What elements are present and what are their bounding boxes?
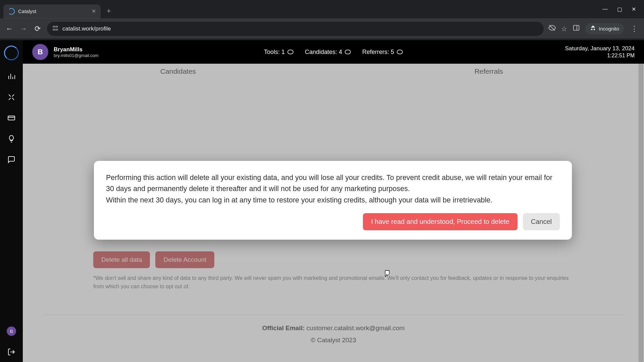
coin-icon [397,50,403,54]
svg-rect-2 [53,29,55,30]
sidebar-rail: B [0,40,23,362]
stat-candidates-label: Candidates: 4 [305,49,342,56]
reload-button[interactable]: ⟳ [33,24,42,33]
svg-rect-1 [56,26,58,27]
tab-favicon-icon [8,8,15,15]
address-bar[interactable]: catalist.work/profile [47,22,544,36]
confirm-delete-modal: Performing this action will delete all y… [94,161,572,240]
close-tab-icon[interactable]: ✕ [92,8,96,14]
header-stats: Tools: 1 Candidates: 4 Referrers: 5 [264,49,403,56]
incognito-chip[interactable]: Incognito [585,23,624,35]
close-window-icon[interactable]: ✕ [632,6,636,12]
nav-logout-icon[interactable] [7,347,16,357]
rail-user-avatar[interactable]: B [7,326,16,336]
site-settings-icon[interactable] [52,25,58,33]
browser-right-icons: ☆ Incognito ⋮ [548,23,639,35]
eye-off-icon[interactable] [548,24,556,33]
back-button[interactable]: ← [5,24,14,33]
nav-analytics-icon[interactable] [7,72,16,81]
header-user-block[interactable]: B BryanMills bry.mills01@gmail.com [32,44,99,60]
forward-button[interactable]: → [19,24,28,33]
svg-rect-5 [574,25,579,31]
stat-candidates: Candidates: 4 [305,49,351,56]
coin-icon [345,50,351,54]
app-logo-icon[interactable] [4,46,19,60]
bookmark-star-icon[interactable]: ☆ [561,25,567,33]
rail-avatar-initial: B [10,329,13,334]
nav-billing-icon[interactable] [7,113,16,123]
svg-rect-3 [56,29,58,30]
coin-icon [287,50,293,54]
header-datetime: Saturday, January 13, 2024 1:22:51 PM [565,45,635,59]
header-time: 1:22:51 PM [565,53,635,59]
header-date: Saturday, January 13, 2024 [565,45,635,52]
cancel-button[interactable]: Cancel [523,213,560,230]
user-avatar: B [32,44,48,60]
tab-bar: Catalyst ✕ + ― ▢ ✕ [0,0,644,18]
svg-rect-0 [53,26,55,27]
url-text: catalist.work/profile [62,25,111,32]
avatar-initial: B [38,48,43,56]
stat-tools: Tools: 1 [264,49,293,56]
stat-tools-label: Tools: 1 [264,49,285,56]
nav-chat-icon[interactable] [7,155,16,164]
stat-referrers: Referrers: 5 [362,49,403,56]
new-tab-button[interactable]: + [103,5,114,17]
user-email: bry.mills01@gmail.com [54,53,99,58]
browser-chrome: Catalyst ✕ + ― ▢ ✕ ← → ⟳ catalist.work/p… [0,0,644,40]
stat-referrers-label: Referrers: 5 [362,49,394,56]
side-panel-icon[interactable] [573,24,580,33]
url-bar-row: ← → ⟳ catalist.work/profile ☆ Incognito [0,18,644,39]
user-meta: BryanMills bry.mills01@gmail.com [54,46,99,58]
window-controls: ― ▢ ✕ [602,6,641,12]
maximize-icon[interactable]: ▢ [617,6,622,12]
incognito-icon [590,25,596,33]
svg-rect-7 [8,116,15,120]
proceed-delete-button[interactable]: I have read and understood, Proceed to d… [363,213,518,230]
browser-menu-icon[interactable]: ⋮ [629,24,639,33]
nav-ideas-icon[interactable] [7,134,16,143]
app-root: B B BryanMills bry.mills01@gmail.com Too… [0,40,644,362]
tab-title: Catalyst [18,8,88,14]
user-name: BryanMills [54,46,99,53]
incognito-label: Incognito [599,26,619,32]
minimize-icon[interactable]: ― [602,6,608,12]
modal-paragraph-2: Within the next 30 days, you can log in … [106,195,560,206]
modal-actions: I have read and understood, Proceed to d… [106,213,560,230]
nav-tools-icon[interactable] [7,93,16,102]
modal-paragraph-1: Performing this action will delete all y… [106,172,560,195]
browser-tab[interactable]: Catalyst ✕ [3,4,101,18]
app-header: B BryanMills bry.mills01@gmail.com Tools… [23,40,644,64]
